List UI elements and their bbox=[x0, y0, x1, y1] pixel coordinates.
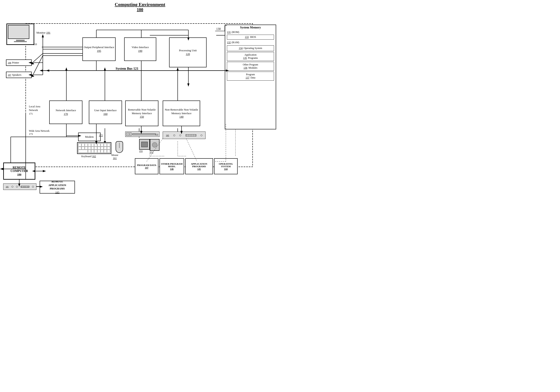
remote-app-box: REMOTEAPPLICATIONPROGRAMS 185 bbox=[40, 181, 75, 193]
bios-box: 133 BIOS bbox=[227, 35, 274, 39]
os-box-container: 134 Operating System bbox=[227, 45, 274, 51]
other-prog-mods-bottom: OTHER PROGRAM MODS. 146 bbox=[160, 158, 184, 174]
modem-num-label: 172 bbox=[99, 134, 103, 137]
svg-marker-63 bbox=[40, 69, 43, 72]
app-programs-bottom: APPLICATION PROGRAMS 145 bbox=[185, 158, 213, 174]
processing-unit-box: Processing Unit 120 bbox=[169, 38, 207, 67]
nonremovable-mem-box: Non-Removable Non-Volatile Memory Interf… bbox=[163, 101, 200, 126]
svg-marker-18 bbox=[104, 67, 106, 71]
floppy-155 bbox=[139, 139, 150, 150]
svg-marker-23 bbox=[177, 67, 179, 71]
monitor-box bbox=[6, 24, 34, 45]
svg-marker-86 bbox=[0, 168, 3, 170]
svg-text:130: 130 bbox=[216, 27, 221, 31]
svg-line-31 bbox=[33, 56, 43, 74]
system-bus-label: System Bus 121 bbox=[116, 67, 139, 71]
storage-141: 141 bbox=[163, 132, 206, 139]
wan-label: Wide Area Network173 bbox=[29, 129, 50, 136]
keyboard-label: Keyboard 162 bbox=[81, 155, 96, 158]
diagram-container: Computing Environment 100 bbox=[0, 0, 280, 196]
app-prog-box-container: Application 135 Programs bbox=[227, 52, 274, 61]
os-bottom: OPERATING SYSTEM 144 bbox=[214, 158, 238, 174]
printer-box: 196 Printer bbox=[6, 59, 32, 66]
os-mem-box: 134 Operating System bbox=[227, 45, 274, 51]
system-memory-panel: System Memory 131 (ROM) 133 BIOS 132 (RA… bbox=[225, 25, 276, 129]
storage-151: CD 151 bbox=[125, 132, 160, 137]
remote-computer-box: REMOTECOMPUTER 180 bbox=[3, 163, 35, 180]
disk-152-label: 152 bbox=[150, 151, 153, 153]
sys-mem-title: System Memory bbox=[225, 25, 276, 30]
app-programs-mem-box: Application 135 Programs bbox=[227, 52, 274, 61]
keyboard-visual bbox=[77, 142, 111, 154]
svg-line-28 bbox=[33, 53, 43, 62]
output-peripheral-box: Output Peripheral Interface 195 bbox=[82, 38, 116, 61]
disk-152 bbox=[150, 139, 160, 151]
svg-marker-26 bbox=[42, 34, 44, 38]
arrow-110-label: 110 bbox=[33, 43, 37, 46]
rom-row: 131 (ROM) bbox=[225, 30, 276, 34]
removable-mem-box: Removable Non-Volatile Memory Interface … bbox=[125, 101, 158, 126]
svg-marker-7 bbox=[187, 83, 190, 87]
title-sub: 100 bbox=[0, 7, 280, 12]
monitor-stand-base bbox=[14, 41, 27, 42]
monitor-screen bbox=[8, 25, 29, 39]
lan-label: Local AreaNetwork171 bbox=[29, 105, 40, 115]
svg-marker-15 bbox=[65, 67, 67, 71]
mouse-visual bbox=[116, 141, 123, 153]
prog-data-mem-box: Program 137 Data bbox=[227, 72, 274, 81]
prog-data-box-container: Program 137 Data bbox=[227, 72, 274, 81]
remote-storage-181: 181 bbox=[3, 183, 36, 190]
monitor-label: Monitor 191 bbox=[36, 31, 50, 34]
svg-marker-3 bbox=[46, 69, 49, 72]
svg-line-95 bbox=[186, 139, 197, 162]
title-main: Computing Environment bbox=[0, 2, 280, 7]
modem-box: Modem bbox=[78, 133, 101, 141]
video-interface-box: Video Interface 190 bbox=[124, 38, 156, 61]
other-mod-box-container: Other Program 136 Modules bbox=[227, 62, 274, 71]
prog-data-bottom: PROGRAM DATA 147 bbox=[135, 158, 158, 174]
user-input-box: User Input Interface 160 bbox=[89, 101, 122, 124]
other-prog-modules-box: Other Program 136 Modules bbox=[227, 62, 274, 71]
ram-row: 132 (RAM) bbox=[225, 40, 276, 45]
bios-box-container: 133 BIOS bbox=[227, 35, 274, 39]
floppy-155-label: 155 bbox=[139, 150, 143, 152]
network-interface-box: Network Interface 170 bbox=[49, 101, 82, 124]
speakers-box: 197 Speakers bbox=[6, 72, 32, 78]
svg-marker-104 bbox=[43, 170, 46, 172]
mouse-label: Mouse161 bbox=[111, 153, 118, 160]
title-area: Computing Environment 100 bbox=[0, 2, 280, 12]
